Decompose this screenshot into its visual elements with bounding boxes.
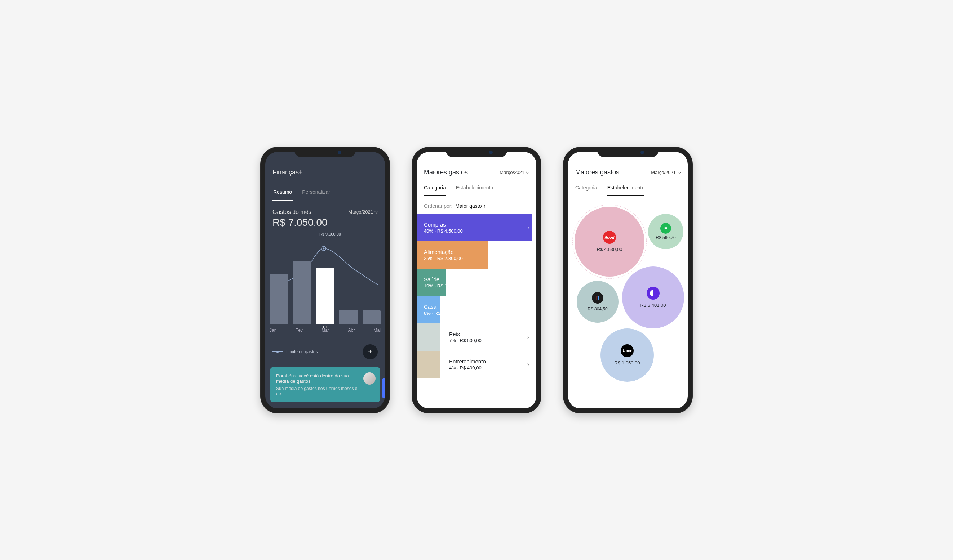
chart-bars — [270, 252, 380, 324]
arrow-up-icon — [483, 203, 486, 209]
legend-label: Limite de gastos — [286, 349, 318, 354]
category-row[interactable]: Compras40% · R$ 4.500,00› — [417, 214, 536, 241]
category-detail: 25% · R$ 2.300,00 — [424, 256, 527, 261]
total-spend: R$ 7.050,00 — [273, 217, 378, 228]
bar-fev[interactable] — [293, 261, 311, 324]
bubble-spotify[interactable]: ≡ R$ 560,70 — [648, 214, 683, 249]
tip-subtitle: Sua média de gastos nos últimos meses é … — [276, 386, 358, 396]
category-row[interactable]: Alimentação25% · R$ 2.300,00› — [417, 241, 536, 269]
legend-line-icon — [273, 351, 282, 352]
tab-categoria[interactable]: Categoria — [575, 185, 597, 196]
app-title: Finanças+ — [273, 169, 378, 176]
category-row[interactable]: Entretenimento4% · R$ 400,00› — [417, 351, 536, 378]
category-detail: 10% · R$ 1.100,00 — [424, 283, 527, 288]
phone-financas: Finanças+ Resumo Personalizar Gastos do … — [260, 147, 390, 413]
category-row[interactable]: Pets7% · R$ 500,00› — [417, 323, 536, 351]
cc-logo-icon: [] — [592, 292, 603, 303]
chart-x-labels: Jan Fev Mar Abr Mai — [270, 328, 380, 333]
chevron-right-icon: › — [527, 361, 536, 368]
category-row[interactable]: Casa8% · R$ 900,00› — [417, 296, 536, 323]
bar-mai[interactable] — [363, 311, 380, 324]
add-button[interactable]: + — [363, 344, 378, 359]
tab-resumo[interactable]: Resumo — [273, 187, 293, 201]
bubble-ifood[interactable]: ifood R$ 4.530,00 — [574, 207, 644, 277]
ifood-logo-icon: ifood — [603, 231, 616, 244]
category-detail: 7% · R$ 500,00 — [449, 338, 527, 343]
page-title: Maiores gastos — [575, 169, 619, 176]
period-selector[interactable]: Março/2021 — [651, 170, 680, 175]
tab-estabelecimento[interactable]: Estabelecimento — [607, 185, 645, 196]
category-name: Entretenimento — [449, 358, 527, 364]
category-name: Compras — [424, 221, 527, 227]
category-name: Alimentação — [424, 249, 527, 255]
notch — [446, 147, 507, 157]
category-detail: 40% · R$ 4.500,00 — [424, 228, 527, 234]
screen-financas: Finanças+ Resumo Personalizar Gastos do … — [265, 152, 385, 408]
page-indicator — [323, 326, 327, 328]
xlabel-mai: Mai — [374, 328, 380, 333]
tab-estabelecimento[interactable]: Estabelecimento — [456, 185, 494, 196]
period-selector[interactable]: Março/2021 — [348, 209, 378, 215]
bubble-value: R$ 3.401,00 — [641, 303, 666, 308]
period-selector[interactable]: Março/2021 — [500, 170, 529, 175]
uber-logo-icon: Uber — [621, 344, 634, 357]
tip-title: Parabéns, você está dentro da sua média … — [276, 373, 358, 384]
category-row[interactable]: Saúde10% · R$ 1.100,00› — [417, 269, 536, 296]
svg-point-0 — [321, 246, 326, 251]
page-title: Maiores gastos — [424, 169, 468, 176]
xlabel-mar: Mar — [321, 328, 329, 333]
bubble-chart: ifood R$ 4.530,00 ≡ R$ 560,70 [] R$ 804,… — [568, 196, 688, 383]
sort-label: Ordenar por: — [424, 203, 452, 209]
notch — [295, 147, 356, 157]
category-name: Pets — [449, 331, 527, 337]
legend-limit: Limite de gastos — [273, 349, 318, 354]
xlabel-abr: Abr — [348, 328, 355, 333]
tip-card[interactable]: Parabéns, você está dentro da sua média … — [270, 367, 380, 402]
bubble-value: R$ 560,70 — [656, 235, 675, 240]
screen-categorias: Maiores gastos Março/2021 Categoria Esta… — [417, 152, 536, 408]
chevron-right-icon: › — [527, 279, 536, 286]
chevron-right-icon: › — [527, 306, 536, 313]
limit-annotation: R$ 9.000,00 — [319, 232, 341, 236]
tab-categoria[interactable]: Categoria — [424, 185, 446, 196]
spotify-logo-icon: ≡ — [660, 223, 671, 234]
bar-abr[interactable] — [339, 310, 357, 324]
bar-jan[interactable] — [270, 274, 288, 324]
bar-mar[interactable] — [316, 268, 334, 324]
category-detail: 8% · R$ 900,00 — [424, 311, 527, 316]
category-name: Casa — [424, 303, 527, 310]
section-title: Gastos do mês — [273, 209, 311, 215]
spending-chart[interactable]: R$ 9.000,00 Jan Fev Mar Abr Mai — [265, 235, 385, 340]
xlabel-fev: Fev — [296, 328, 303, 333]
notch — [597, 147, 658, 157]
tab-personalizar[interactable]: Personalizar — [301, 187, 331, 201]
bubble-value: R$ 1.050,90 — [615, 360, 640, 365]
xlabel-jan: Jan — [270, 328, 276, 333]
chevron-right-icon: › — [527, 334, 536, 340]
phone-estabelecimentos: Maiores gastos Março/2021 Categoria Esta… — [563, 147, 693, 413]
bubble-cc[interactable]: [] R$ 804,50 — [577, 281, 619, 323]
category-detail: 4% · R$ 400,00 — [449, 365, 527, 371]
bubble-d[interactable]: R$ 3.401,00 — [622, 266, 684, 328]
bubble-value: R$ 4.530,00 — [597, 247, 622, 252]
bubble-value: R$ 804,50 — [588, 306, 607, 311]
phone-categorias: Maiores gastos Março/2021 Categoria Esta… — [411, 147, 542, 413]
chevron-right-icon: › — [527, 224, 536, 231]
screen-estabelecimentos: Maiores gastos Março/2021 Categoria Esta… — [568, 152, 688, 408]
tip-illustration-icon — [363, 372, 376, 385]
chevron-right-icon: › — [527, 252, 536, 258]
bubble-uber[interactable]: Uber R$ 1.050,90 — [601, 328, 654, 382]
category-list: Compras40% · R$ 4.500,00›Alimentação25% … — [417, 214, 536, 378]
d-logo-icon — [647, 287, 660, 300]
category-name: Saúde — [424, 276, 527, 282]
next-card-peek[interactable] — [382, 378, 385, 398]
svg-point-1 — [323, 248, 325, 249]
sort-selector[interactable]: Maior gasto — [455, 203, 486, 209]
